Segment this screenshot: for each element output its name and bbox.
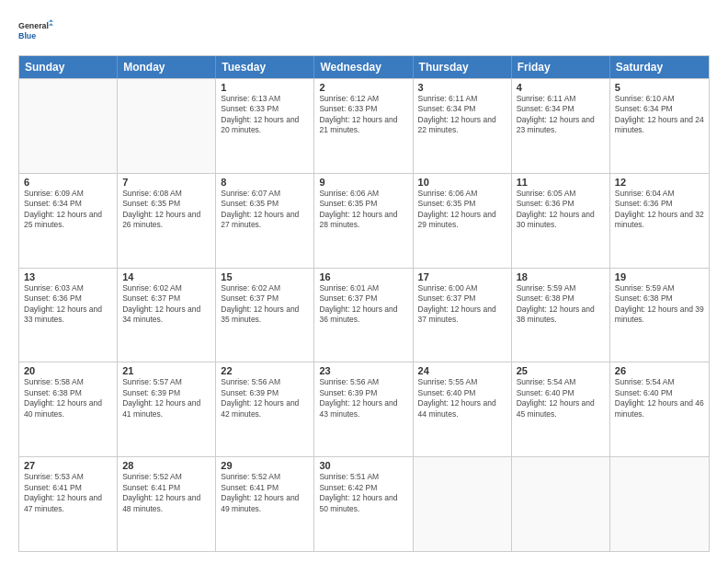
svg-text:General: General xyxy=(18,21,49,30)
day-info: Sunrise: 5:56 AMSunset: 6:39 PMDaylight:… xyxy=(221,377,309,419)
day-number: 2 xyxy=(319,82,407,93)
cal-cell: 10Sunrise: 6:06 AMSunset: 6:35 PMDayligh… xyxy=(414,174,512,268)
cal-cell: 12Sunrise: 6:04 AMSunset: 6:36 PMDayligh… xyxy=(610,174,709,268)
cal-cell: 6Sunrise: 6:09 AMSunset: 6:34 PMDaylight… xyxy=(19,174,118,268)
cal-week-1: 1Sunrise: 6:13 AMSunset: 6:33 PMDaylight… xyxy=(19,78,709,173)
day-number: 19 xyxy=(615,271,704,282)
cal-cell xyxy=(512,457,610,551)
cal-week-4: 20Sunrise: 5:58 AMSunset: 6:38 PMDayligh… xyxy=(19,362,709,456)
day-number: 3 xyxy=(418,82,506,93)
day-info: Sunrise: 6:03 AMSunset: 6:36 PMDaylight:… xyxy=(24,283,112,326)
cal-cell: 13Sunrise: 6:03 AMSunset: 6:36 PMDayligh… xyxy=(19,269,118,362)
cal-cell: 19Sunrise: 5:59 AMSunset: 6:38 PMDayligh… xyxy=(610,269,709,362)
day-number: 23 xyxy=(319,365,407,376)
cal-cell: 18Sunrise: 5:59 AMSunset: 6:38 PMDayligh… xyxy=(512,269,610,362)
day-number: 6 xyxy=(24,177,112,188)
day-info: Sunrise: 5:52 AMSunset: 6:41 PMDaylight:… xyxy=(221,472,309,514)
day-info: Sunrise: 5:59 AMSunset: 6:38 PMDaylight:… xyxy=(615,283,704,326)
day-info: Sunrise: 6:08 AMSunset: 6:35 PMDaylight:… xyxy=(122,189,210,231)
logo-svg: General Blue xyxy=(18,15,53,48)
day-info: Sunrise: 6:10 AMSunset: 6:34 PMDaylight:… xyxy=(615,94,704,136)
day-number: 13 xyxy=(24,271,112,282)
day-info: Sunrise: 6:02 AMSunset: 6:37 PMDaylight:… xyxy=(221,283,309,326)
cal-cell xyxy=(414,457,512,551)
day-info: Sunrise: 6:06 AMSunset: 6:35 PMDaylight:… xyxy=(418,189,506,231)
day-info: Sunrise: 6:05 AMSunset: 6:36 PMDaylight:… xyxy=(517,189,605,231)
day-info: Sunrise: 6:13 AMSunset: 6:33 PMDaylight:… xyxy=(221,94,309,136)
day-info: Sunrise: 6:01 AMSunset: 6:37 PMDaylight:… xyxy=(319,283,407,326)
day-info: Sunrise: 5:52 AMSunset: 6:41 PMDaylight:… xyxy=(122,472,210,514)
day-number: 27 xyxy=(24,460,112,471)
cal-cell: 17Sunrise: 6:00 AMSunset: 6:37 PMDayligh… xyxy=(414,269,512,362)
day-number: 17 xyxy=(418,271,506,282)
day-info: Sunrise: 5:54 AMSunset: 6:40 PMDaylight:… xyxy=(517,377,605,419)
day-info: Sunrise: 6:09 AMSunset: 6:34 PMDaylight:… xyxy=(24,189,112,231)
cal-cell: 27Sunrise: 5:53 AMSunset: 6:41 PMDayligh… xyxy=(19,457,118,551)
cal-cell: 8Sunrise: 6:07 AMSunset: 6:35 PMDaylight… xyxy=(216,174,314,268)
day-number: 9 xyxy=(319,177,407,188)
day-info: Sunrise: 6:02 AMSunset: 6:37 PMDaylight:… xyxy=(122,283,210,326)
cal-cell: 1Sunrise: 6:13 AMSunset: 6:33 PMDaylight… xyxy=(216,79,314,173)
day-info: Sunrise: 6:04 AMSunset: 6:36 PMDaylight:… xyxy=(615,189,704,231)
cal-cell: 29Sunrise: 5:52 AMSunset: 6:41 PMDayligh… xyxy=(216,457,314,551)
cal-cell: 28Sunrise: 5:52 AMSunset: 6:41 PMDayligh… xyxy=(118,457,216,551)
day-number: 18 xyxy=(517,271,605,282)
day-info: Sunrise: 6:11 AMSunset: 6:34 PMDaylight:… xyxy=(418,94,506,136)
day-info: Sunrise: 6:12 AMSunset: 6:33 PMDaylight:… xyxy=(319,94,407,136)
day-info: Sunrise: 6:00 AMSunset: 6:37 PMDaylight:… xyxy=(418,283,506,326)
cal-week-2: 6Sunrise: 6:09 AMSunset: 6:34 PMDaylight… xyxy=(19,173,709,268)
day-number: 28 xyxy=(122,460,210,471)
day-number: 7 xyxy=(122,177,210,188)
day-number: 15 xyxy=(221,271,309,282)
cal-cell xyxy=(19,79,118,173)
cal-cell: 7Sunrise: 6:08 AMSunset: 6:35 PMDaylight… xyxy=(118,174,216,268)
cal-header-saturday: Saturday xyxy=(610,56,709,78)
cal-cell: 4Sunrise: 6:11 AMSunset: 6:34 PMDaylight… xyxy=(512,79,610,173)
cal-cell: 24Sunrise: 5:55 AMSunset: 6:40 PMDayligh… xyxy=(414,362,512,456)
day-info: Sunrise: 5:56 AMSunset: 6:39 PMDaylight:… xyxy=(319,377,407,419)
day-number: 25 xyxy=(517,365,605,376)
cal-cell: 15Sunrise: 6:02 AMSunset: 6:37 PMDayligh… xyxy=(216,269,314,362)
cal-cell: 21Sunrise: 5:57 AMSunset: 6:39 PMDayligh… xyxy=(118,362,216,456)
cal-cell: 5Sunrise: 6:10 AMSunset: 6:34 PMDaylight… xyxy=(610,79,709,173)
cal-cell: 22Sunrise: 5:56 AMSunset: 6:39 PMDayligh… xyxy=(216,362,314,456)
svg-marker-3 xyxy=(49,23,53,26)
day-info: Sunrise: 6:06 AMSunset: 6:35 PMDaylight:… xyxy=(319,189,407,231)
cal-header-thursday: Thursday xyxy=(414,56,512,78)
cal-cell xyxy=(118,79,216,173)
svg-text:Blue: Blue xyxy=(18,31,36,40)
day-info: Sunrise: 5:55 AMSunset: 6:40 PMDaylight:… xyxy=(418,377,506,419)
cal-cell: 23Sunrise: 5:56 AMSunset: 6:39 PMDayligh… xyxy=(314,362,413,456)
cal-cell: 11Sunrise: 6:05 AMSunset: 6:36 PMDayligh… xyxy=(512,174,610,268)
day-info: Sunrise: 6:11 AMSunset: 6:34 PMDaylight:… xyxy=(517,94,605,136)
day-info: Sunrise: 6:07 AMSunset: 6:35 PMDaylight:… xyxy=(221,189,309,231)
day-number: 21 xyxy=(122,365,210,376)
header: General Blue xyxy=(18,15,710,48)
cal-week-5: 27Sunrise: 5:53 AMSunset: 6:41 PMDayligh… xyxy=(19,456,709,551)
cal-cell: 26Sunrise: 5:54 AMSunset: 6:40 PMDayligh… xyxy=(610,362,709,456)
cal-cell: 2Sunrise: 6:12 AMSunset: 6:33 PMDaylight… xyxy=(314,79,413,173)
cal-cell: 14Sunrise: 6:02 AMSunset: 6:37 PMDayligh… xyxy=(118,269,216,362)
cal-header-tuesday: Tuesday xyxy=(216,56,314,78)
cal-cell: 25Sunrise: 5:54 AMSunset: 6:40 PMDayligh… xyxy=(512,362,610,456)
day-info: Sunrise: 5:59 AMSunset: 6:38 PMDaylight:… xyxy=(517,283,605,326)
day-info: Sunrise: 5:58 AMSunset: 6:38 PMDaylight:… xyxy=(24,377,112,419)
day-info: Sunrise: 5:57 AMSunset: 6:39 PMDaylight:… xyxy=(122,377,210,419)
day-number: 8 xyxy=(221,177,309,188)
cal-cell: 9Sunrise: 6:06 AMSunset: 6:35 PMDaylight… xyxy=(314,174,413,268)
day-number: 14 xyxy=(122,271,210,282)
day-number: 11 xyxy=(517,177,605,188)
day-number: 5 xyxy=(615,82,704,93)
day-number: 20 xyxy=(24,365,112,376)
day-number: 29 xyxy=(221,460,309,471)
cal-header-friday: Friday xyxy=(512,56,610,78)
day-info: Sunrise: 5:53 AMSunset: 6:41 PMDaylight:… xyxy=(24,472,112,514)
cal-cell: 30Sunrise: 5:51 AMSunset: 6:42 PMDayligh… xyxy=(314,457,413,551)
day-number: 4 xyxy=(517,82,605,93)
day-number: 1 xyxy=(221,82,309,93)
day-number: 10 xyxy=(418,177,506,188)
day-number: 26 xyxy=(615,365,704,376)
cal-cell: 3Sunrise: 6:11 AMSunset: 6:34 PMDaylight… xyxy=(414,79,512,173)
day-number: 22 xyxy=(221,365,309,376)
day-info: Sunrise: 5:54 AMSunset: 6:40 PMDaylight:… xyxy=(615,377,704,419)
